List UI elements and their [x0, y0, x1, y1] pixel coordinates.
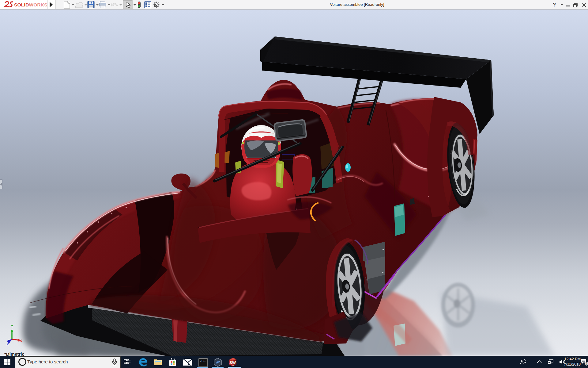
svg-text:?: ?	[553, 2, 556, 8]
svg-text:SOLIDWORKS: SOLIDWORKS	[14, 2, 47, 7]
svg-text:2017: 2017	[232, 364, 237, 366]
svg-text:2: 2	[586, 362, 587, 366]
svg-text:*Dimetric: *Dimetric	[4, 351, 24, 356]
